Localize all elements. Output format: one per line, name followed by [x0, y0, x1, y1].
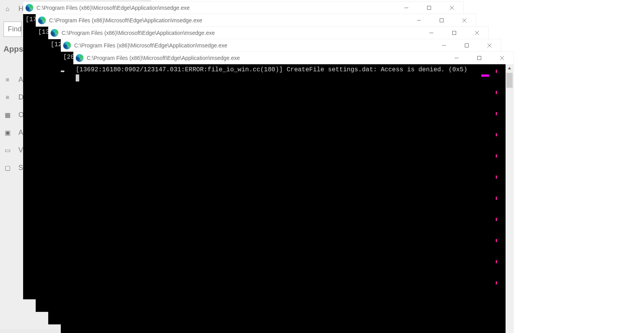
- titlebar[interactable]: C:\Program Files (x86)\Microsoft\Edge\Ap…: [61, 39, 501, 52]
- vertical-scrollbar[interactable]: [506, 64, 513, 333]
- window-title: C:\Program Files (x86)\Microsoft\Edge\Ap…: [87, 55, 445, 61]
- close-button[interactable]: [440, 2, 463, 14]
- edge-icon: [25, 4, 33, 12]
- list-icon: ≡: [4, 76, 11, 84]
- minimize-button[interactable]: [408, 14, 430, 27]
- startup-icon: ▣: [4, 129, 11, 137]
- close-button[interactable]: [491, 52, 513, 64]
- artifact: [496, 260, 497, 263]
- titlebar[interactable]: C:\Program Files (x86)\Microsoft\Edge\Ap…: [48, 27, 488, 39]
- minimize-button[interactable]: [420, 27, 443, 39]
- artifact: [496, 154, 497, 157]
- edge-icon: [38, 16, 46, 24]
- maximize-button[interactable]: [468, 52, 491, 64]
- svg-rect-5: [440, 19, 444, 22]
- edge-icon: [63, 42, 71, 49]
- artifact: [496, 70, 497, 73]
- artifact: [496, 91, 497, 94]
- minimize-button[interactable]: [433, 39, 455, 52]
- artifact: [481, 74, 489, 77]
- maximize-button[interactable]: [418, 2, 440, 14]
- titlebar[interactable]: C:\Program Files (x86)\Microsoft\Edge\Ap…: [73, 52, 513, 64]
- scroll-thumb[interactable]: [506, 73, 513, 88]
- artifact: [496, 197, 497, 200]
- svg-rect-9: [453, 31, 456, 35]
- window-title: C:\Program Files (x86)\Microsoft\Edge\Ap…: [49, 17, 408, 24]
- cursor: [61, 71, 64, 72]
- artifact: [496, 239, 497, 242]
- edge-icon: [76, 54, 84, 62]
- console-window-front: C:\Program Files (x86)\Microsoft\Edge\Ap…: [73, 52, 513, 333]
- window-title: C:\Program Files (x86)\Microsoft\Edge\Ap…: [36, 5, 395, 11]
- video-icon: ▭: [4, 147, 11, 154]
- close-button[interactable]: [453, 14, 476, 27]
- artifact: [496, 281, 497, 284]
- artifact: [496, 218, 497, 221]
- window-title: C:\Program Files (x86)\Microsoft\Edge\Ap…: [74, 42, 433, 49]
- minimize-button[interactable]: [395, 2, 418, 14]
- window-controls: [395, 2, 463, 14]
- maximize-button[interactable]: [443, 27, 466, 39]
- edge-icon: [51, 29, 58, 37]
- apps-icon: ▦: [4, 111, 11, 119]
- maximize-button[interactable]: [430, 14, 453, 27]
- svg-rect-13: [465, 44, 469, 47]
- scroll-up-arrow-icon[interactable]: [506, 64, 513, 72]
- cursor: [76, 74, 79, 81]
- console-line: [13692:16180:0902/123147.031:ERROR:file_…: [76, 66, 503, 74]
- artifact: [496, 176, 497, 179]
- maximize-button[interactable]: [455, 39, 478, 52]
- minimize-button[interactable]: [445, 52, 468, 64]
- svg-rect-17: [478, 56, 481, 60]
- list-icon: ≡: [4, 94, 11, 101]
- svg-marker-20: [508, 67, 511, 69]
- window-controls: [445, 52, 513, 64]
- artifact: [496, 112, 497, 115]
- artifact: [496, 133, 497, 136]
- window-controls: [408, 14, 476, 27]
- console-output: [13692:16180:0902/123147.031:ERROR:file_…: [73, 64, 506, 333]
- close-button[interactable]: [478, 39, 501, 52]
- window-controls: [433, 39, 501, 52]
- svg-rect-1: [428, 6, 431, 10]
- window-controls: [420, 27, 488, 39]
- monitor-icon: ▢: [4, 164, 11, 172]
- home-icon: ⌂: [4, 5, 11, 13]
- find-box: Find: [4, 22, 22, 37]
- window-title: C:\Program Files (x86)\Microsoft\Edge\Ap…: [62, 30, 420, 36]
- titlebar[interactable]: C:\Program Files (x86)\Microsoft\Edge\Ap…: [36, 14, 476, 27]
- titlebar[interactable]: C:\Program Files (x86)\Microsoft\Edge\Ap…: [23, 2, 463, 14]
- close-button[interactable]: [466, 27, 488, 39]
